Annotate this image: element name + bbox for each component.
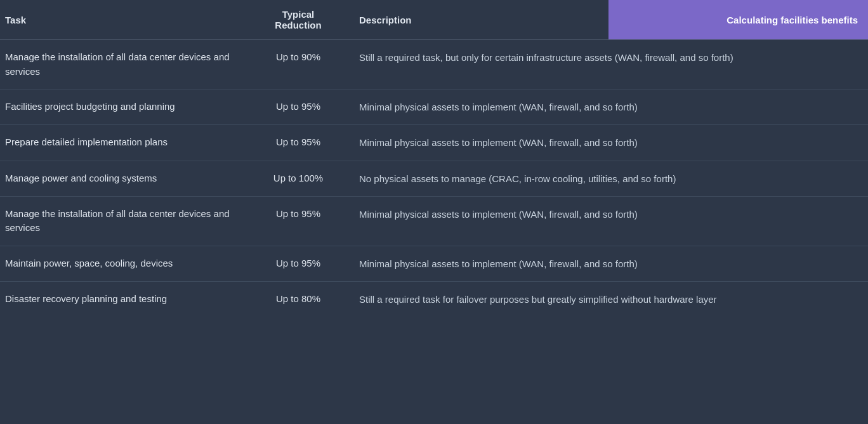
calculating-header: Calculating facilities benefits bbox=[608, 0, 868, 40]
task-cell: Prepare detailed implementation plans bbox=[0, 125, 247, 161]
reduction-cell: Up to 95% bbox=[247, 246, 349, 281]
task-cell: Facilities project budgeting and plannin… bbox=[0, 89, 247, 125]
table-row: Prepare detailed implementation plansUp … bbox=[0, 125, 868, 161]
table-row: Manage the installation of all data cent… bbox=[0, 40, 868, 89]
task-cell: Disaster recovery planning and testing bbox=[0, 282, 247, 317]
table-row: Disaster recovery planning and testingUp… bbox=[0, 282, 868, 317]
task-cell: Manage power and cooling systems bbox=[0, 161, 247, 196]
table-row: Manage power and cooling systemsUp to 10… bbox=[0, 161, 868, 196]
reduction-cell: Up to 100% bbox=[247, 161, 349, 196]
reduction-cell: Up to 80% bbox=[247, 282, 349, 317]
description-cell: Minimal physical assets to implement (WA… bbox=[349, 125, 868, 161]
task-cell: Maintain power, space, cooling, devices bbox=[0, 246, 247, 281]
table-row: Maintain power, space, cooling, devicesU… bbox=[0, 246, 868, 281]
task-cell: Manage the installation of all data cent… bbox=[0, 40, 247, 89]
reduction-cell: Up to 95% bbox=[247, 89, 349, 125]
reduction-column-header: Typical Reduction bbox=[247, 0, 349, 40]
reduction-cell: Up to 95% bbox=[247, 196, 349, 246]
table-row: Facilities project budgeting and plannin… bbox=[0, 89, 868, 125]
facilities-benefits-table: Task Typical Reduction Description Calcu… bbox=[0, 0, 868, 317]
description-cell: Minimal physical assets to implement (WA… bbox=[349, 246, 868, 281]
description-cell: Still a required task for failover purpo… bbox=[349, 282, 868, 317]
table-row: Manage the installation of all data cent… bbox=[0, 196, 868, 246]
task-cell: Manage the installation of all data cent… bbox=[0, 196, 247, 246]
description-cell: No physical assets to manage (CRAC, in-r… bbox=[349, 161, 868, 196]
description-cell: Still a required task, but only for cert… bbox=[349, 40, 868, 89]
reduction-cell: Up to 90% bbox=[247, 40, 349, 89]
description-column-header: Description bbox=[349, 0, 608, 40]
task-column-header: Task bbox=[0, 0, 247, 40]
description-cell: Minimal physical assets to implement (WA… bbox=[349, 196, 868, 246]
description-cell: Minimal physical assets to implement (WA… bbox=[349, 89, 868, 125]
reduction-cell: Up to 95% bbox=[247, 125, 349, 161]
